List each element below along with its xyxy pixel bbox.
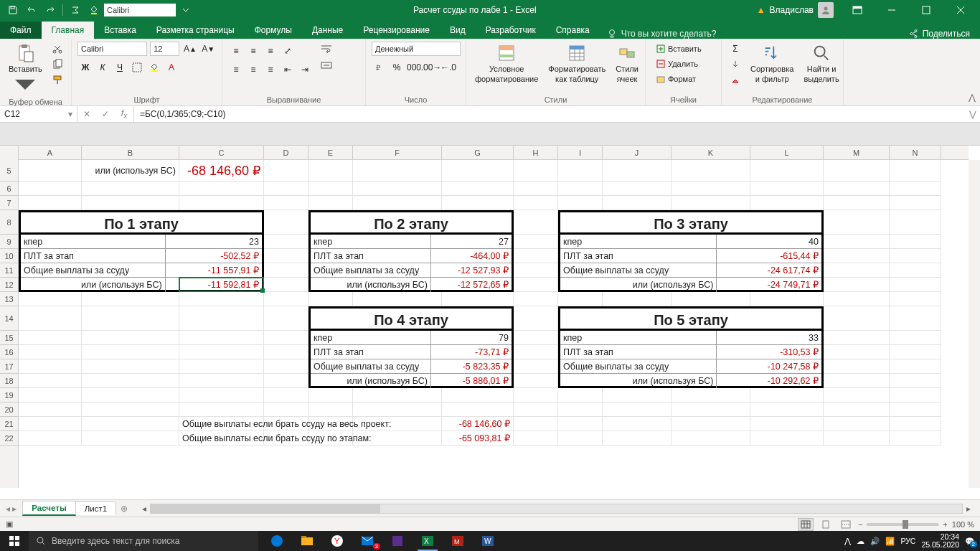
increase-decimal-icon[interactable]: .00→	[423, 60, 439, 75]
row-header-7[interactable]: 7	[0, 196, 18, 210]
number-format-combo[interactable]: Денежный	[372, 42, 461, 56]
cancel-formula-icon[interactable]: ✕	[77, 109, 96, 119]
scroll-left-icon[interactable]: ◂	[138, 503, 150, 514]
conditional-formatting-button[interactable]: Условное форматирование	[472, 42, 541, 85]
name-box[interactable]: C12▾	[0, 106, 77, 122]
user-account[interactable]: ▲ Владислав	[751, 2, 839, 18]
tab-review[interactable]: Рецензирование	[353, 22, 440, 39]
fill-color-btn-icon[interactable]	[146, 60, 162, 75]
page-break-view-icon[interactable]	[838, 518, 854, 531]
borders-icon[interactable]	[129, 60, 145, 75]
align-middle-icon[interactable]: ≡	[245, 44, 261, 58]
bold-icon[interactable]: Ж	[77, 60, 93, 75]
row-header-19[interactable]: 19	[0, 388, 18, 402]
col-header-G[interactable]: G	[442, 146, 514, 159]
increase-indent-icon[interactable]: ⇥	[297, 62, 313, 77]
row-header-16[interactable]: 16	[0, 345, 18, 359]
font-color-icon[interactable]: A	[164, 60, 179, 75]
tab-home[interactable]: Главная	[42, 22, 95, 39]
row-header-12[interactable]: 12	[0, 278, 18, 292]
col-header-B[interactable]: B	[82, 146, 179, 159]
macro-record-icon[interactable]: ▣	[6, 519, 13, 529]
row-header-5[interactable]: 5	[0, 160, 18, 182]
wrap-text-icon[interactable]	[317, 42, 336, 56]
row-header-15[interactable]: 15	[0, 331, 18, 345]
taskbar-app2-icon[interactable]: M	[443, 531, 472, 551]
tab-insert[interactable]: Вставка	[94, 22, 146, 39]
accounting-format-icon[interactable]: ₽	[372, 60, 387, 75]
row-header-8[interactable]: 8	[0, 210, 18, 235]
normal-view-icon[interactable]	[798, 518, 814, 531]
col-header-C[interactable]: C	[179, 146, 264, 159]
row-header-17[interactable]: 17	[0, 359, 18, 374]
sheet-tab-active[interactable]: Расчеты	[22, 501, 75, 516]
align-bottom-icon[interactable]: ≡	[263, 44, 278, 58]
fx-icon[interactable]: fx	[115, 108, 133, 120]
tab-data[interactable]: Данные	[302, 22, 353, 39]
find-select-button[interactable]: Найти и выделить	[801, 42, 842, 85]
tray-clock[interactable]: 20:34 25.05.2020	[921, 533, 959, 549]
redo-icon[interactable]	[42, 1, 59, 19]
merge-cells-icon[interactable]	[317, 58, 336, 72]
taskbar-mail-icon[interactable]: 3	[353, 531, 382, 551]
decrease-font-icon[interactable]: A▼	[201, 42, 216, 56]
tab-file[interactable]: Файл	[0, 22, 42, 39]
tray-notifications-icon[interactable]: 💬2	[965, 537, 974, 546]
row-header-11[interactable]: 11	[0, 263, 18, 278]
col-header-D[interactable]: D	[264, 146, 308, 159]
align-top-icon[interactable]: ≡	[228, 44, 244, 58]
taskbar-app-icon[interactable]	[383, 531, 412, 551]
decrease-indent-icon[interactable]: ⇤	[280, 62, 296, 77]
delete-cells-button[interactable]: Удалить	[651, 57, 715, 71]
format-as-table-button[interactable]: Форматировать как таблицу	[545, 42, 608, 85]
enter-formula-icon[interactable]: ✓	[96, 109, 115, 119]
qat-more-icon[interactable]	[177, 1, 194, 19]
col-header-F[interactable]: F	[353, 146, 442, 159]
tab-help[interactable]: Справка	[546, 22, 600, 39]
col-header-L[interactable]: L	[750, 146, 824, 159]
sort-filter-button[interactable]: Сортировка и фильтр	[748, 42, 796, 85]
row-header-21[interactable]: 21	[0, 417, 18, 431]
percent-format-icon[interactable]: %	[389, 60, 405, 75]
align-left-icon[interactable]: ≡	[228, 62, 244, 77]
page-layout-view-icon[interactable]	[818, 518, 834, 531]
tab-view[interactable]: Вид	[440, 22, 476, 39]
share-button[interactable]: Поделиться	[900, 29, 980, 39]
row-header-6[interactable]: 6	[0, 182, 18, 196]
close-icon[interactable]	[944, 0, 977, 20]
zoom-slider[interactable]	[867, 523, 938, 526]
align-right-icon[interactable]: ≡	[263, 62, 278, 77]
zoom-out-icon[interactable]: −	[858, 520, 862, 529]
tell-me-search[interactable]: Что вы хотите сделать?	[600, 29, 724, 39]
fill-color-icon[interactable]	[85, 1, 103, 19]
cut-icon[interactable]	[50, 42, 65, 56]
font-name-combo[interactable]: Calibri	[77, 42, 147, 56]
row-header-20[interactable]: 20	[0, 402, 18, 417]
taskbar-edge-icon[interactable]	[263, 531, 291, 551]
collapse-ribbon-icon[interactable]: ⋀	[969, 93, 976, 103]
col-header-N[interactable]: N	[890, 146, 941, 159]
paste-button[interactable]: Вставить	[6, 42, 45, 96]
autosum-icon[interactable]	[67, 1, 84, 19]
underline-icon[interactable]: Ч	[112, 60, 128, 75]
ribbon-display-icon[interactable]	[841, 0, 874, 20]
taskbar-search[interactable]: Введите здесь текст для поиска	[29, 531, 258, 551]
row-header-14[interactable]: 14	[0, 306, 18, 331]
col-header-A[interactable]: A	[19, 146, 82, 159]
qat-font-combo[interactable]: Calibri	[104, 4, 176, 17]
format-painter-icon[interactable]	[50, 73, 65, 88]
italic-icon[interactable]: К	[95, 60, 110, 75]
row-header-18[interactable]: 18	[0, 374, 18, 388]
row-header-10[interactable]: 10	[0, 249, 18, 263]
scroll-right-icon[interactable]: ▸	[963, 503, 974, 514]
autosum-btn-icon[interactable]: Σ	[727, 42, 743, 56]
col-header-E[interactable]: E	[308, 146, 353, 159]
save-icon[interactable]	[4, 1, 22, 19]
insert-cells-button[interactable]: Вставить	[651, 42, 715, 56]
row-header-13[interactable]: 13	[0, 292, 18, 306]
col-header-I[interactable]: I	[558, 146, 603, 159]
undo-icon[interactable]	[23, 1, 40, 19]
tab-developer[interactable]: Разработчик	[476, 22, 546, 39]
tray-cloud-icon[interactable]: ☁	[857, 537, 864, 545]
formula-input[interactable]: =БС(0,1/365;C9;-C10)	[134, 106, 966, 122]
